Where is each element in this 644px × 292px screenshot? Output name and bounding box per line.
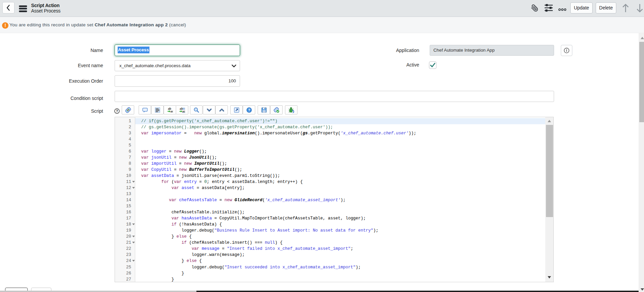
svg-text:ac: ac (170, 109, 173, 113)
svg-text:?: ? (116, 109, 118, 113)
svg-text:?: ? (248, 108, 250, 112)
svg-text:ac: ac (182, 109, 185, 113)
